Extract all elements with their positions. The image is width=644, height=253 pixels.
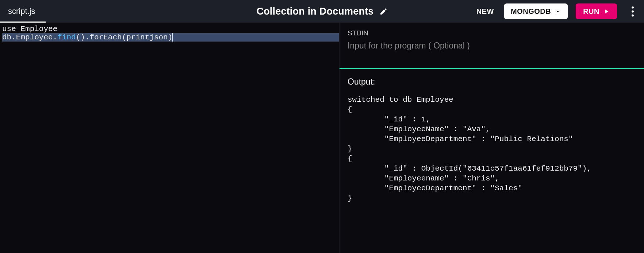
stdin-input[interactable]: [348, 41, 636, 51]
play-icon: [603, 8, 610, 15]
new-button-label: NEW: [476, 7, 494, 15]
stdin-label: STDIN: [348, 29, 636, 37]
language-select-label: MONGODB: [511, 7, 551, 16]
main-area: use Employeedb.Employee.find().forEach(p…: [0, 23, 644, 253]
output-label: Output:: [348, 77, 636, 87]
title-wrap: Collection in Documents: [256, 6, 387, 17]
right-actions: NEW MONGODB RUN: [474, 4, 637, 19]
app-root: script.js Collection in Documents NEW MO…: [0, 0, 644, 253]
run-button-label: RUN: [583, 7, 599, 16]
code-content: use Employeedb.Employee.find().forEach(p…: [0, 25, 339, 42]
chevron-down-icon: [555, 8, 561, 15]
right-panel: STDIN Output: switched to db Employee { …: [340, 23, 644, 253]
edit-title-icon[interactable]: [380, 7, 388, 15]
output-text: switched to db Employee { "_id" : 1, "Em…: [348, 95, 636, 203]
file-tab[interactable]: script.js: [0, 0, 46, 23]
output-section: Output: switched to db Employee { "_id" …: [340, 69, 644, 253]
top-bar: script.js Collection in Documents NEW MO…: [0, 0, 644, 23]
more-menu-icon[interactable]: [628, 4, 637, 19]
code-line: use Employee: [2, 25, 339, 33]
page-title: Collection in Documents: [256, 6, 373, 17]
code-line: db.Employee.find().forEach(printjson): [2, 33, 339, 42]
code-editor[interactable]: use Employeedb.Employee.find().forEach(p…: [0, 23, 340, 253]
stdin-section: STDIN: [340, 23, 644, 69]
language-select[interactable]: MONGODB: [504, 4, 568, 19]
new-button[interactable]: NEW: [474, 4, 496, 19]
file-tab-label: script.js: [8, 7, 35, 16]
run-button[interactable]: RUN: [576, 4, 617, 19]
